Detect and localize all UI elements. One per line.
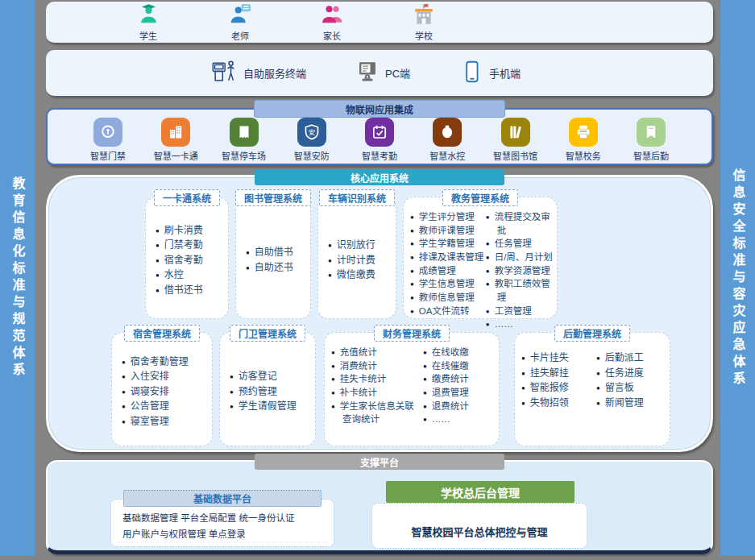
- right-standard-bar: 信息安全标准与容灾应急体系: [720, 0, 755, 556]
- list-item: 在线催缴: [423, 359, 494, 373]
- iot-item-onecard: 智慧一卡通: [146, 118, 205, 162]
- support-platform-panel: 支撑平台 基础数据平台 基础数据管理 平台全局配置 统一身份认证用户账户与权限管…: [46, 460, 713, 554]
- left-standard-label: 教育信息化标准与规范体系: [8, 176, 27, 380]
- school-admin-card: 智慧校园平台总体把控与管理: [371, 503, 587, 549]
- list-item: 成绩管理: [410, 264, 484, 278]
- list-item: 在线收缴: [423, 346, 494, 359]
- iot-item-water: 智慧水控: [417, 118, 477, 162]
- iot-item-parking: 智慧停车场: [214, 118, 274, 162]
- list-item: 挂失解挂: [521, 366, 595, 381]
- system-card-title: 一卡通系统: [154, 189, 220, 206]
- iot-item-label: 智慧校务: [566, 149, 601, 162]
- iot-item-label: 智慧安防: [294, 149, 330, 162]
- list-item: 刷卡消费: [156, 223, 223, 239]
- list-item: 卡片挂失: [521, 351, 595, 366]
- list-item: 用户账户与权限管理 单点登录: [122, 527, 334, 543]
- list-item: 访客登记: [230, 369, 310, 384]
- user-role-label: 家长: [323, 29, 341, 42]
- phone-icon: [460, 60, 483, 86]
- iot-item-label: 智慧后勤: [633, 149, 669, 162]
- core-applications-panel: 核心应用系统 一卡通系统 刷卡消费门禁考勤宿舍考勤水控借书还书 图书管理系统 自…: [46, 175, 713, 452]
- left-standard-bar: 教育信息化标准与规范体系: [0, 0, 35, 556]
- user-role-teacher: 老师: [215, 3, 265, 42]
- parking-icon: [230, 118, 259, 147]
- iot-item-label: 智慧门禁: [90, 149, 126, 162]
- system-card-vehicle: 车辆识别系统 识别放行计时计费微信缴费: [317, 197, 396, 319]
- user-role-student: 学生: [123, 3, 173, 42]
- onecard-icon: [161, 118, 190, 147]
- system-card-title: 财务管理系统: [374, 325, 450, 342]
- list-item: 自助还书: [246, 260, 305, 276]
- user-role-school: 学校: [399, 3, 449, 42]
- library-books-icon: [501, 118, 530, 147]
- iot-item-attendance: 智慧考勤: [350, 118, 409, 162]
- list-item: ……: [486, 317, 555, 331]
- system-item-list: 卡片挂失挂失解挂智能报修失物招领: [521, 351, 595, 441]
- system-card-dormitory: 宿舍管理系统 宿舍考勤管理入住安排调寝安排公告管理寝室管理: [111, 332, 213, 446]
- smart-campus-architecture-diagram: 教育信息化标准与规范体系 信息安全标准与容灾应急体系 学生: [0, 0, 755, 560]
- school-admin-title: 学校总后台管理: [386, 481, 575, 503]
- list-item: 教职工绩效管理: [486, 277, 555, 304]
- list-item: 退费统计: [423, 400, 494, 413]
- list-item: 任务进度: [596, 366, 668, 381]
- user-roles-panel: 学生 老师: [46, 2, 713, 43]
- door-access-icon: [93, 118, 122, 147]
- system-item-list: 识别放行计时计费微信缴费: [328, 238, 391, 283]
- student-icon: [138, 3, 160, 28]
- list-item: 入住安排: [122, 369, 207, 384]
- iot-item-door-access: 智慧门禁: [78, 118, 138, 162]
- list-item: 消费统计: [331, 359, 421, 373]
- list-item: 宿舍考勤: [156, 253, 223, 268]
- iot-item-logistics: 智慧后勤: [621, 118, 681, 162]
- list-item: 自助借书: [246, 245, 305, 260]
- desktop-icon: [356, 60, 379, 86]
- list-item: 任务管理: [486, 237, 555, 251]
- terminal-kiosk: 自助服务终端: [211, 60, 306, 87]
- list-item: 公告管理: [122, 399, 207, 414]
- system-card-finance: 财务管理系统 充值统计消费统计挂失卡统计补卡统计学生家长信息关联查询统计 在线收…: [324, 332, 500, 446]
- list-item: 智能报修: [521, 380, 595, 396]
- list-item: 充值统计: [331, 346, 421, 359]
- iot-item-school-affairs: 智慧校务: [554, 118, 613, 162]
- base-data-platform-title: 基础数据平台: [123, 490, 321, 507]
- list-item: 预约管理: [230, 384, 310, 400]
- printer-icon: [569, 118, 598, 147]
- system-card-title: 后勤管理系统: [554, 325, 630, 342]
- user-role-parents: 家长: [307, 3, 357, 42]
- system-card-title: 车辆识别系统: [319, 189, 395, 206]
- system-card-title: 宿舍管理系统: [124, 325, 200, 342]
- system-item-list: 刷卡消费门禁考勤宿舍考勤水控借书还书: [156, 223, 223, 298]
- list-item: OA文件流转: [410, 305, 484, 318]
- system-card-library: 图书管理系统 自助借书自助还书: [235, 197, 311, 319]
- system-item-list: 流程提交及审批任务管理日/周、月计划教学资源管理教职工绩效管理工资管理……: [486, 210, 555, 331]
- list-item: 学生请假管理: [230, 399, 310, 414]
- terminal-pc: PC端: [356, 60, 410, 86]
- list-item: 日/周、月计划: [486, 251, 555, 264]
- user-role-label: 学校: [415, 29, 433, 42]
- terminal-label: 自助服务终端: [243, 65, 306, 81]
- list-item: 门禁考勤: [156, 238, 223, 253]
- list-item: ……: [423, 413, 494, 426]
- list-item: 教学资源管理: [486, 264, 555, 278]
- list-item: 退费管理: [423, 386, 494, 400]
- kiosk-icon: [211, 60, 237, 87]
- user-role-label: 老师: [231, 29, 249, 42]
- list-item: 寝室管理: [122, 414, 207, 429]
- system-card-title: 门卫管理系统: [230, 325, 305, 342]
- iot-item-security: 安 智慧安防: [282, 118, 342, 162]
- attendance-calendar-icon: [365, 118, 394, 147]
- user-role-label: 学生: [139, 29, 157, 42]
- svg-text:安: 安: [308, 128, 315, 136]
- school-admin-body: 智慧校园平台总体把控与管理: [411, 512, 547, 539]
- list-item: 教师信息管理: [410, 291, 484, 305]
- system-item-list: 访客登记预约管理学生请假管理: [230, 369, 310, 414]
- list-item: 水控: [156, 268, 223, 283]
- list-item: 新闻管理: [596, 396, 668, 411]
- parents-icon: [321, 3, 343, 28]
- list-item: 教师评课管理: [410, 224, 484, 238]
- system-item-list: 充值统计消费统计挂失卡统计补卡统计学生家长信息关联查询统计: [331, 346, 421, 441]
- list-item: 流程提交及审批: [486, 210, 555, 237]
- list-item: 缴费统计: [423, 372, 494, 386]
- iot-integration-panel: 物联网应用集成 智慧门禁: [46, 108, 713, 165]
- list-item: 调寝安排: [122, 384, 207, 400]
